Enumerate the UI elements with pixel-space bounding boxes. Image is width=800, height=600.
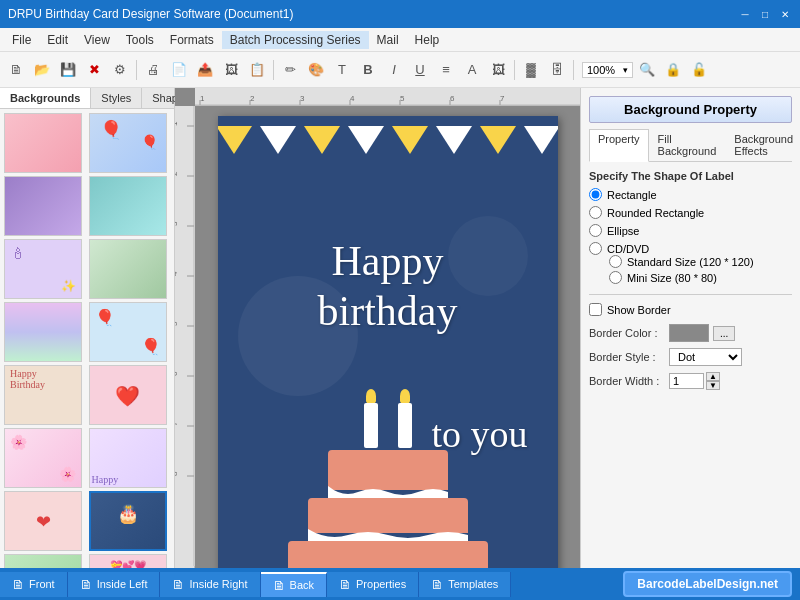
menu-mail[interactable]: Mail	[369, 31, 407, 49]
tab-fill-background[interactable]: Fill Background	[649, 129, 726, 161]
new-button[interactable]: 🗎	[4, 58, 28, 82]
text-button[interactable]: T	[330, 58, 354, 82]
menu-formats[interactable]: Formats	[162, 31, 222, 49]
bunting-7	[480, 126, 516, 154]
background-thumb-3[interactable]	[4, 176, 82, 236]
underline-button[interactable]: U	[408, 58, 432, 82]
border-width-input[interactable]	[669, 373, 704, 389]
background-thumb-1[interactable]	[4, 113, 82, 173]
align-button[interactable]: ≡	[434, 58, 458, 82]
svg-text:4: 4	[175, 271, 179, 276]
tab-background-effects[interactable]: Background Effects	[725, 129, 800, 161]
shape-cddvd-radio[interactable]	[589, 242, 602, 255]
zoom-input[interactable]	[587, 64, 623, 76]
menu-help[interactable]: Help	[407, 31, 448, 49]
tab-properties[interactable]: 🗎 Properties	[327, 572, 419, 597]
zoom-dropdown-icon[interactable]: ▾	[623, 65, 628, 75]
db-button[interactable]: 🗄	[545, 58, 569, 82]
border-width-up-button[interactable]: ▲	[706, 372, 720, 381]
shape-rectangle-radio[interactable]	[589, 188, 602, 201]
menu-edit[interactable]: Edit	[39, 31, 76, 49]
tab-styles[interactable]: Styles	[91, 88, 142, 108]
background-thumb-7[interactable]	[4, 302, 82, 362]
tab-back[interactable]: 🗎 Back	[261, 572, 327, 597]
pdf-button[interactable]: 📋	[245, 58, 269, 82]
tab-templates[interactable]: 🗎 Templates	[419, 572, 511, 597]
background-thumb-11[interactable]: 🌸 🌸	[4, 428, 82, 488]
shape-rounded-row[interactable]: Rounded Rectangle	[589, 206, 792, 219]
candle-2	[398, 403, 412, 448]
export-button[interactable]: 📤	[193, 58, 217, 82]
background-thumb-13[interactable]: ❤	[4, 491, 82, 551]
background-thumb-16[interactable]: 💝💕💗	[89, 554, 167, 568]
tab-backgrounds[interactable]: Backgrounds	[0, 88, 91, 108]
cd-standard-row[interactable]: Standard Size (120 * 120)	[609, 255, 792, 268]
background-thumb-8[interactable]: 🎈 🎈	[89, 302, 167, 362]
border-color-box[interactable]	[669, 324, 709, 342]
draw-button[interactable]: ✏	[278, 58, 302, 82]
menu-file[interactable]: File	[4, 31, 39, 49]
unlock-button[interactable]: 🔓	[687, 58, 711, 82]
shape-ellipse-row[interactable]: Ellipse	[589, 224, 792, 237]
shape-rounded-radio[interactable]	[589, 206, 602, 219]
close-button[interactable]: ✕	[778, 7, 792, 21]
show-border-checkbox[interactable]	[589, 303, 602, 316]
bottom-bar: 🗎 Front 🗎 Inside Left 🗎 Inside Right 🗎 B…	[0, 568, 800, 600]
shape-ellipse-radio[interactable]	[589, 224, 602, 237]
shape-cddvd-row[interactable]: CD/DVD	[589, 242, 792, 255]
background-thumb-2[interactable]: 🎈 🎈	[89, 113, 167, 173]
background-thumb-4[interactable]	[89, 176, 167, 236]
settings-button[interactable]: ⚙	[108, 58, 132, 82]
img-insert-button[interactable]: 🖼	[486, 58, 510, 82]
cd-standard-radio[interactable]	[609, 255, 622, 268]
menu-bar: File Edit View Tools Formats Batch Proce…	[0, 28, 800, 52]
tab-templates-label: Templates	[448, 578, 498, 590]
svg-text:5: 5	[400, 94, 405, 103]
minimize-button[interactable]: ─	[738, 7, 752, 21]
svg-text:7: 7	[500, 94, 505, 103]
zoom-out-button[interactable]: 🔍	[635, 58, 659, 82]
card-bunting	[218, 126, 558, 154]
tab-front[interactable]: 🗎 Front	[0, 572, 68, 597]
bunting-4	[348, 126, 384, 154]
border-width-down-button[interactable]: ▼	[706, 381, 720, 390]
candle-row	[288, 403, 488, 448]
flame-1	[366, 389, 376, 403]
cd-mini-row[interactable]: Mini Size (80 * 80)	[609, 271, 792, 284]
maximize-button[interactable]: □	[758, 7, 772, 21]
shape-cddvd-container: CD/DVD Standard Size (120 * 120) Mini Si…	[589, 242, 792, 284]
background-thumb-5[interactable]: 🕯 ✨	[4, 239, 82, 299]
menu-batch-processing[interactable]: Batch Processing Series	[222, 31, 369, 49]
image-button[interactable]: 🖼	[219, 58, 243, 82]
border-color-picker-button[interactable]: ...	[713, 326, 735, 341]
lock-button[interactable]: 🔒	[661, 58, 685, 82]
background-thumb-6[interactable]	[89, 239, 167, 299]
background-thumb-12[interactable]: Happy	[89, 428, 167, 488]
barcode-button[interactable]: ▓	[519, 58, 543, 82]
bunting-8	[524, 126, 558, 154]
color-button[interactable]: 🎨	[304, 58, 328, 82]
font-button[interactable]: A	[460, 58, 484, 82]
delete-button[interactable]: ✖	[82, 58, 106, 82]
background-thumb-9[interactable]: HappyBirthday	[4, 365, 82, 425]
background-thumb-10[interactable]: ❤️	[89, 365, 167, 425]
shape-rectangle-row[interactable]: Rectangle	[589, 188, 792, 201]
italic-button[interactable]: I	[382, 58, 406, 82]
background-thumb-14[interactable]: 🎂	[89, 491, 167, 551]
cd-mini-radio[interactable]	[609, 271, 622, 284]
menu-view[interactable]: View	[76, 31, 118, 49]
open-button[interactable]: 📂	[30, 58, 54, 82]
tab-inside-left[interactable]: 🗎 Inside Left	[68, 572, 161, 597]
menu-tools[interactable]: Tools	[118, 31, 162, 49]
bold-button[interactable]: B	[356, 58, 380, 82]
canvas-area[interactable]: 1 2 3 4 5 6 7 1 2	[175, 88, 580, 568]
svg-text:2: 2	[175, 171, 179, 176]
background-thumb-15[interactable]	[4, 554, 82, 568]
print-button[interactable]: 🖨	[141, 58, 165, 82]
title-bar-controls: ─ □ ✕	[738, 7, 792, 21]
tab-property[interactable]: Property	[589, 129, 649, 162]
save-button[interactable]: 💾	[56, 58, 80, 82]
print-preview-button[interactable]: 📄	[167, 58, 191, 82]
border-style-select[interactable]: Solid Dot Dash DashDot	[669, 348, 742, 366]
tab-inside-right[interactable]: 🗎 Inside Right	[160, 572, 260, 597]
